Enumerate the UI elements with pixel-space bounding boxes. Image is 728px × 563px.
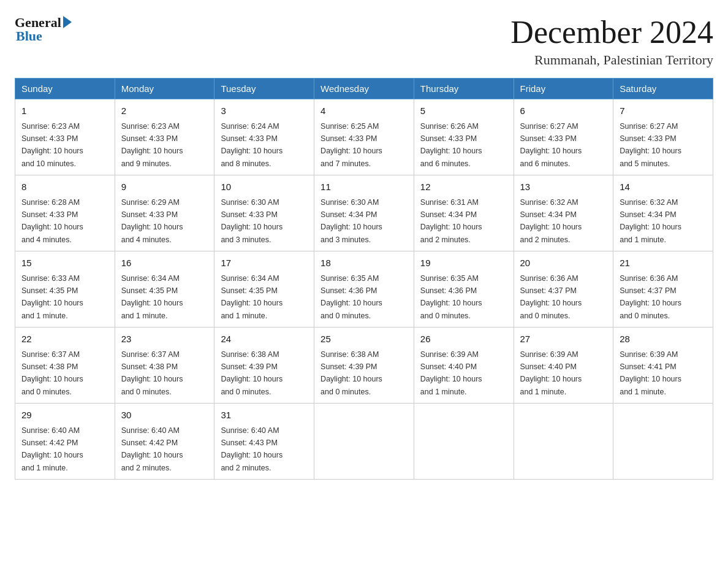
calendar-cell: 17Sunrise: 6:34 AMSunset: 4:35 PMDayligh…	[214, 251, 314, 327]
day-info: Sunrise: 6:39 AMSunset: 4:40 PMDaylight:…	[420, 350, 482, 396]
day-number: 14	[620, 180, 707, 194]
calendar-cell: 12Sunrise: 6:31 AMSunset: 4:34 PMDayligh…	[414, 175, 514, 251]
day-number: 17	[221, 256, 308, 270]
calendar-week-row: 8Sunrise: 6:28 AMSunset: 4:33 PMDaylight…	[15, 175, 713, 251]
day-info: Sunrise: 6:23 AMSunset: 4:33 PMDaylight:…	[21, 122, 83, 168]
calendar-cell: 29Sunrise: 6:40 AMSunset: 4:42 PMDayligh…	[15, 404, 115, 480]
day-number: 24	[221, 332, 308, 347]
month-year-title: December 2024	[510, 15, 713, 50]
calendar-week-row: 29Sunrise: 6:40 AMSunset: 4:42 PMDayligh…	[15, 404, 713, 480]
calendar-header-row: SundayMondayTuesdayWednesdayThursdayFrid…	[15, 79, 713, 99]
calendar-cell: 9Sunrise: 6:29 AMSunset: 4:33 PMDaylight…	[115, 175, 214, 251]
calendar-week-row: 15Sunrise: 6:33 AMSunset: 4:35 PMDayligh…	[15, 251, 713, 327]
day-info: Sunrise: 6:37 AMSunset: 4:38 PMDaylight:…	[121, 350, 183, 396]
day-info: Sunrise: 6:27 AMSunset: 4:33 PMDaylight:…	[620, 122, 681, 168]
day-header-wednesday: Wednesday	[314, 79, 414, 99]
day-info: Sunrise: 6:36 AMSunset: 4:37 PMDaylight:…	[520, 274, 582, 320]
calendar-cell: 18Sunrise: 6:35 AMSunset: 4:36 PMDayligh…	[314, 251, 414, 327]
calendar-cell: 16Sunrise: 6:34 AMSunset: 4:35 PMDayligh…	[115, 251, 214, 327]
day-number: 11	[320, 180, 408, 194]
day-number: 5	[420, 104, 507, 118]
day-info: Sunrise: 6:30 AMSunset: 4:33 PMDaylight:…	[221, 198, 282, 244]
logo: General Blue	[15, 15, 72, 44]
calendar-cell: 13Sunrise: 6:32 AMSunset: 4:34 PMDayligh…	[514, 175, 613, 251]
day-number: 8	[21, 180, 108, 194]
day-number: 2	[121, 104, 208, 118]
calendar-cell: 4Sunrise: 6:25 AMSunset: 4:33 PMDaylight…	[314, 99, 414, 175]
day-info: Sunrise: 6:39 AMSunset: 4:41 PMDaylight:…	[620, 350, 681, 396]
day-number: 16	[121, 256, 208, 270]
day-header-thursday: Thursday	[414, 79, 514, 99]
day-number: 12	[420, 180, 507, 194]
day-info: Sunrise: 6:34 AMSunset: 4:35 PMDaylight:…	[221, 274, 282, 320]
day-info: Sunrise: 6:34 AMSunset: 4:35 PMDaylight:…	[121, 274, 183, 320]
calendar-cell: 7Sunrise: 6:27 AMSunset: 4:33 PMDaylight…	[613, 99, 713, 175]
day-info: Sunrise: 6:40 AMSunset: 4:42 PMDaylight:…	[121, 426, 183, 472]
day-info: Sunrise: 6:23 AMSunset: 4:33 PMDaylight:…	[121, 122, 183, 168]
day-number: 1	[21, 104, 108, 118]
calendar-cell: 25Sunrise: 6:38 AMSunset: 4:39 PMDayligh…	[314, 327, 414, 404]
day-header-friday: Friday	[514, 79, 613, 99]
day-header-tuesday: Tuesday	[214, 79, 314, 99]
day-info: Sunrise: 6:36 AMSunset: 4:37 PMDaylight:…	[620, 274, 681, 320]
calendar-cell: 30Sunrise: 6:40 AMSunset: 4:42 PMDayligh…	[115, 404, 214, 480]
day-number: 15	[21, 256, 108, 270]
day-number: 10	[221, 180, 308, 194]
day-info: Sunrise: 6:28 AMSunset: 4:33 PMDaylight:…	[21, 198, 83, 244]
day-info: Sunrise: 6:33 AMSunset: 4:35 PMDaylight:…	[21, 274, 83, 320]
location-subtitle: Rummanah, Palestinian Territory	[510, 52, 713, 68]
calendar-cell: 5Sunrise: 6:26 AMSunset: 4:33 PMDaylight…	[414, 99, 514, 175]
logo-triangle-icon	[63, 16, 72, 28]
calendar-cell: 10Sunrise: 6:30 AMSunset: 4:33 PMDayligh…	[214, 175, 314, 251]
title-block: December 2024 Rummanah, Palestinian Terr…	[510, 15, 713, 68]
calendar-table: SundayMondayTuesdayWednesdayThursdayFrid…	[15, 78, 713, 480]
day-info: Sunrise: 6:40 AMSunset: 4:43 PMDaylight:…	[221, 426, 282, 472]
calendar-cell: 19Sunrise: 6:35 AMSunset: 4:36 PMDayligh…	[414, 251, 514, 327]
day-number: 31	[221, 408, 308, 423]
calendar-cell: 6Sunrise: 6:27 AMSunset: 4:33 PMDaylight…	[514, 99, 613, 175]
calendar-cell: 21Sunrise: 6:36 AMSunset: 4:37 PMDayligh…	[613, 251, 713, 327]
day-number: 22	[21, 332, 108, 347]
calendar-cell: 1Sunrise: 6:23 AMSunset: 4:33 PMDaylight…	[15, 99, 115, 175]
calendar-cell: 22Sunrise: 6:37 AMSunset: 4:38 PMDayligh…	[15, 327, 115, 404]
calendar-week-row: 22Sunrise: 6:37 AMSunset: 4:38 PMDayligh…	[15, 327, 713, 404]
calendar-cell: 28Sunrise: 6:39 AMSunset: 4:41 PMDayligh…	[613, 327, 713, 404]
day-info: Sunrise: 6:30 AMSunset: 4:34 PMDaylight:…	[320, 198, 382, 244]
day-info: Sunrise: 6:25 AMSunset: 4:33 PMDaylight:…	[320, 122, 382, 168]
calendar-cell: 15Sunrise: 6:33 AMSunset: 4:35 PMDayligh…	[15, 251, 115, 327]
calendar-cell: 23Sunrise: 6:37 AMSunset: 4:38 PMDayligh…	[115, 327, 214, 404]
calendar-cell	[414, 404, 514, 480]
day-info: Sunrise: 6:29 AMSunset: 4:33 PMDaylight:…	[121, 198, 183, 244]
day-number: 13	[520, 180, 607, 194]
day-number: 27	[520, 332, 607, 347]
day-info: Sunrise: 6:27 AMSunset: 4:33 PMDaylight:…	[520, 122, 582, 168]
calendar-cell: 24Sunrise: 6:38 AMSunset: 4:39 PMDayligh…	[214, 327, 314, 404]
day-number: 18	[320, 256, 408, 270]
day-info: Sunrise: 6:40 AMSunset: 4:42 PMDaylight:…	[21, 426, 83, 472]
day-number: 6	[520, 104, 607, 118]
day-info: Sunrise: 6:32 AMSunset: 4:34 PMDaylight:…	[520, 198, 582, 244]
page-header: General Blue December 2024 Rummanah, Pal…	[15, 15, 713, 68]
day-info: Sunrise: 6:37 AMSunset: 4:38 PMDaylight:…	[21, 350, 83, 396]
day-header-sunday: Sunday	[15, 79, 115, 99]
calendar-cell: 26Sunrise: 6:39 AMSunset: 4:40 PMDayligh…	[414, 327, 514, 404]
day-info: Sunrise: 6:35 AMSunset: 4:36 PMDaylight:…	[420, 274, 482, 320]
day-info: Sunrise: 6:26 AMSunset: 4:33 PMDaylight:…	[420, 122, 482, 168]
calendar-cell: 3Sunrise: 6:24 AMSunset: 4:33 PMDaylight…	[214, 99, 314, 175]
day-header-monday: Monday	[115, 79, 214, 99]
day-info: Sunrise: 6:32 AMSunset: 4:34 PMDaylight:…	[620, 198, 681, 244]
day-header-saturday: Saturday	[613, 79, 713, 99]
calendar-cell	[314, 404, 414, 480]
day-number: 28	[620, 332, 707, 347]
day-info: Sunrise: 6:38 AMSunset: 4:39 PMDaylight:…	[320, 350, 382, 396]
day-number: 21	[620, 256, 707, 270]
calendar-cell: 31Sunrise: 6:40 AMSunset: 4:43 PMDayligh…	[214, 404, 314, 480]
day-number: 26	[420, 332, 507, 347]
day-number: 23	[121, 332, 208, 347]
day-info: Sunrise: 6:35 AMSunset: 4:36 PMDaylight:…	[320, 274, 382, 320]
day-number: 3	[221, 104, 308, 118]
calendar-cell: 8Sunrise: 6:28 AMSunset: 4:33 PMDaylight…	[15, 175, 115, 251]
calendar-cell: 14Sunrise: 6:32 AMSunset: 4:34 PMDayligh…	[613, 175, 713, 251]
day-number: 4	[320, 104, 408, 118]
day-number: 19	[420, 256, 507, 270]
